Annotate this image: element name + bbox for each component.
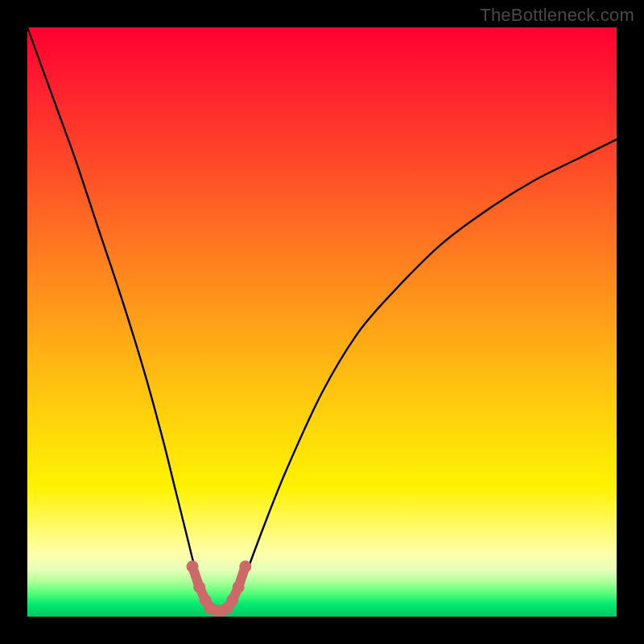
plot-area — [27, 27, 617, 617]
marker-dot — [193, 581, 205, 593]
marker-dot — [239, 560, 251, 572]
marker-dot — [226, 594, 238, 606]
watermark-text: TheBottleneck.com — [480, 5, 634, 26]
bottom-highlight-dots — [187, 560, 252, 617]
bottleneck-curve — [27, 27, 617, 614]
marker-dot — [233, 581, 245, 593]
bottleneck-curve-svg — [27, 27, 617, 617]
chart-frame: TheBottleneck.com — [0, 0, 644, 644]
marker-dot — [187, 560, 199, 572]
